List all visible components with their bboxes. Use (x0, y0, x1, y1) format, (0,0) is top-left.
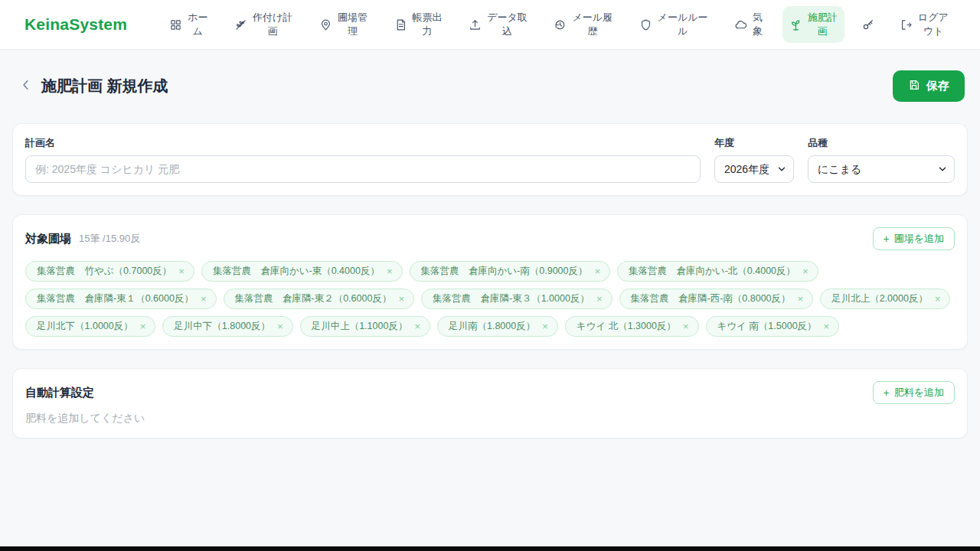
nav-item-label: データ取 込 (487, 11, 528, 37)
year-label: 年度 (714, 136, 794, 150)
save-button[interactable]: 保存 (893, 70, 965, 102)
close-icon[interactable]: × (798, 294, 804, 304)
save-icon (908, 79, 920, 93)
add-fertilizer-button-label: 肥料を追加 (894, 386, 944, 399)
main-content: 施肥計画 新規作成 保存 計画名 年度 2026年度 品種 にこまる (0, 49, 980, 439)
page-header: 施肥計画 新規作成 保存 (15, 70, 965, 102)
field-tag-label: キウイ 南（1.5000反） (717, 320, 817, 333)
nav-item-label: ログア ウト (918, 11, 949, 37)
nav-item-label: 作付け計 画 (253, 11, 292, 37)
key-icon (861, 18, 875, 31)
nav-item-label: 圃場管 理 (338, 11, 368, 37)
nav-item-report-output[interactable]: 帳票出 力 (387, 6, 449, 42)
close-icon[interactable]: × (542, 321, 548, 331)
close-icon[interactable]: × (387, 266, 393, 276)
brand-logo: KeinaSystem (24, 15, 127, 34)
field-tag-label: 足川南（1.8000反） (449, 320, 535, 333)
field-tag-label: キウイ 北（1.3000反） (577, 320, 676, 333)
field-tag-label: 集落営農 倉庫隣-東１（0.6000反） (37, 292, 194, 305)
nav-item-field-management[interactable]: 圃場管 理 (312, 6, 374, 42)
upload-icon (469, 18, 482, 31)
field-tag-label: 足川中上（1.1000反） (312, 320, 408, 333)
field-tag-label: 集落営農 倉庫隣-西-南（0.8000反） (631, 292, 791, 305)
close-icon[interactable]: × (683, 321, 689, 331)
field-tag-label: 集落営農 倉庫向かい-北（0.4000反） (629, 265, 795, 278)
nav-item-label: 気 象 (753, 11, 763, 37)
nav-item-mail-rules[interactable]: メールルー ル (632, 6, 715, 42)
plan-name-input[interactable] (25, 155, 701, 183)
field-tag: 足川北上（2.0000反） × (820, 289, 950, 309)
field-tag-label: 足川北上（2.0000反） (831, 292, 928, 305)
field-tag: 集落営農 倉庫向かい-東（0.4000反） × (201, 261, 403, 282)
plus-icon: + (884, 233, 890, 244)
plan-form-card: 計画名 年度 2026年度 品種 にこまる (12, 123, 968, 196)
field-tag: 集落営農 倉庫向かい-南（0.9000反） × (410, 261, 611, 282)
document-icon (394, 18, 407, 31)
close-icon[interactable]: × (414, 321, 420, 331)
field-tag: 足川中下（1.8000反） × (162, 316, 292, 337)
logout-icon (900, 18, 913, 31)
field-tag-label: 集落営農 倉庫向かい-南（0.9000反） (421, 265, 588, 278)
field-tag-label: 集落営農 竹やぶ（0.7000反） (37, 265, 172, 278)
field-tag: 集落営農 倉庫隣-東３（1.0000反） × (421, 289, 612, 309)
nav-item-weather[interactable]: 気 象 (727, 6, 769, 42)
plus-icon: + (884, 387, 890, 398)
close-icon[interactable]: × (935, 294, 941, 304)
close-icon[interactable]: × (824, 321, 830, 331)
map-pin-icon (319, 18, 332, 31)
nav-item-label: メールルー ル (658, 11, 708, 37)
close-icon[interactable]: × (178, 266, 185, 276)
field-tag-list: 集落営農 竹やぶ（0.7000反） × 集落営農 倉庫向かい-東（0.4000反… (25, 261, 955, 337)
field-tag-label: 足川北下（1.0000反） (37, 320, 133, 333)
nav-item-label: メール履 歴 (572, 11, 612, 37)
close-icon[interactable]: × (802, 266, 808, 276)
field-tag: キウイ 北（1.3000反） × (565, 316, 699, 337)
back-button[interactable] (15, 76, 37, 97)
field-tag-label: 集落営農 倉庫隣-東３（1.0000反） (433, 292, 590, 305)
field-tag-label: 集落営農 倉庫隣-東２（0.6000反） (235, 292, 392, 305)
plan-name-label: 計画名 (25, 136, 701, 150)
year-select[interactable]: 2026年度 (714, 155, 794, 183)
cloud-icon (734, 18, 747, 31)
variety-select[interactable]: にこまる (808, 155, 955, 183)
field-tag-label: 集落営農 倉庫向かい-東（0.4000反） (213, 265, 380, 278)
close-icon[interactable]: × (596, 294, 603, 304)
save-button-label: 保存 (926, 79, 949, 93)
field-tag: 集落営農 倉庫隣-東１（0.6000反） × (25, 289, 217, 309)
field-tag: 集落営農 倉庫隣-西-南（0.8000反） × (619, 289, 814, 309)
nav-item-logout[interactable]: ログア ウト (893, 6, 956, 42)
nav-item-label: ホー ム (188, 11, 207, 37)
field-tag: 集落営農 竹やぶ（0.7000反） × (25, 261, 194, 282)
page-title: 施肥計画 新規作成 (41, 76, 168, 96)
close-icon[interactable]: × (201, 294, 207, 304)
sprout-icon (789, 18, 802, 31)
nav-item-label: 施肥計 画 (808, 11, 838, 37)
close-icon[interactable]: × (140, 321, 146, 331)
nav-item-planting-plan[interactable]: 作付け計 画 (227, 6, 299, 42)
field-tag: 足川北下（1.0000反） × (25, 316, 155, 337)
target-fields-title: 対象圃場 (25, 232, 71, 246)
nav-items: ホー ム 作付け計 画 圃場管 理 帳票出 力 データ取 込 メール履 歴 メー… (162, 6, 956, 42)
nav-item-label: 帳票出 力 (413, 11, 443, 37)
nav-item-mail-history[interactable]: メール履 歴 (547, 6, 619, 42)
close-icon[interactable]: × (398, 294, 404, 304)
field-tag: 足川中上（1.1000反） × (300, 316, 430, 337)
close-icon[interactable]: × (594, 266, 600, 276)
field-tag: 集落営農 倉庫隣-東２（0.6000反） × (224, 289, 415, 309)
add-field-button[interactable]: + 圃場を追加 (873, 227, 956, 250)
add-field-button-label: 圃場を追加 (894, 232, 944, 246)
chevron-left-icon (19, 78, 33, 95)
field-tag: 集落営農 倉庫向かい-北（0.4000反） × (617, 261, 818, 282)
field-tag-label: 足川中下（1.8000反） (174, 320, 270, 333)
nav-item-fertilization-plan[interactable]: 施肥計 画 (782, 6, 844, 42)
wheat-icon (234, 18, 247, 31)
auto-calc-card: 自動計算設定 + 肥料を追加 肥料を追加してください (12, 368, 968, 439)
nav-item-home[interactable]: ホー ム (162, 6, 214, 42)
close-icon[interactable]: × (277, 321, 283, 331)
grid-icon (169, 18, 182, 31)
auto-calc-title: 自動計算設定 (25, 386, 94, 400)
nav-item-password[interactable] (857, 13, 880, 36)
top-navigation-bar: KeinaSystem ホー ム 作付け計 画 圃場管 理 帳票出 力 データ取… (0, 0, 980, 49)
add-fertilizer-button[interactable]: + 肥料を追加 (873, 381, 956, 404)
nav-item-data-import[interactable]: データ取 込 (462, 6, 534, 42)
